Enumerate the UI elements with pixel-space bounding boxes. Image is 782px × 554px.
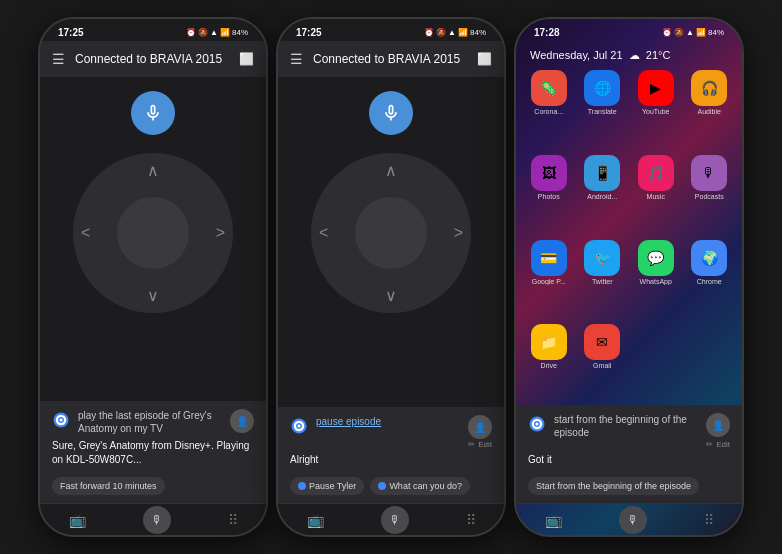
suggestion-row-1: Fast forward 10 minutes: [52, 473, 254, 495]
app-icon-item[interactable]: 🌐Translate: [580, 70, 626, 147]
response-3: Got it: [528, 453, 730, 467]
app-icon: 📁: [531, 324, 567, 360]
suggestion-text-1: Fast forward 10 minutes: [60, 481, 157, 491]
app-icon-item[interactable]: 🦠Corona...: [526, 70, 572, 147]
app-label: Music: [636, 193, 676, 200]
hamburger-icon-2[interactable]: ☰: [290, 51, 303, 67]
dpad-right-2[interactable]: >: [454, 224, 463, 242]
mic-button-2[interactable]: [369, 91, 413, 135]
query-link-2[interactable]: pause episode: [316, 416, 381, 427]
phone-2: 17:25 ⏰ 🔕 ▲ 📶 84% ☰ Connected to BRAVIA …: [276, 17, 506, 537]
dpad-left-2[interactable]: <: [319, 224, 328, 242]
app-label: WhatsApp: [636, 278, 676, 285]
grid-icon-1[interactable]: ⠿: [228, 512, 238, 528]
dpad-up-1[interactable]: ∧: [147, 161, 159, 180]
dpad-down-1[interactable]: ∨: [147, 286, 159, 305]
edit-row-3: ✏ Edit: [528, 440, 730, 449]
svg-point-5: [298, 425, 301, 428]
dpad-inner-2[interactable]: [355, 197, 427, 269]
app-icon-item[interactable]: ▶YouTube: [633, 70, 679, 147]
grid-icon-3[interactable]: ⠿: [704, 512, 714, 528]
app-icon: 🎧: [691, 70, 727, 106]
dpad-inner-1[interactable]: [117, 197, 189, 269]
wifi-icon-3: ▲: [686, 28, 694, 37]
edit-pencil-icon-2: ✏: [468, 440, 475, 449]
assistant-panel-3: start from the beginning of the episode …: [516, 405, 742, 503]
suggestion-row-3: Start from the beginning of the episode: [528, 473, 730, 495]
phone-3: 17:28 ⏰ 🔕 ▲ 📶 84% Wednesday, Jul 21 ☁ 21…: [514, 17, 744, 537]
battery-3: 84%: [708, 28, 724, 37]
signal-icon-2: 📶: [458, 28, 468, 37]
app-icon: 🌍: [691, 240, 727, 276]
remote-area-1: ∧ ∨ < >: [40, 77, 266, 401]
app-label: YouTube: [636, 108, 676, 115]
app-icon: ▶: [638, 70, 674, 106]
cast-icon-2[interactable]: ⬜: [477, 52, 492, 66]
suggestion-row-2: Pause Tyler What can you do?: [290, 473, 492, 495]
suggestion-chip-2a[interactable]: Pause Tyler: [290, 477, 364, 495]
header-title-2: Connected to BRAVIA 2015: [313, 52, 477, 66]
app-icon-item[interactable]: ✉Gmail: [580, 324, 626, 401]
query-row-1: play the last episode of Grey's Anatomy …: [52, 409, 254, 435]
app-label: Android...: [582, 193, 622, 200]
cast-icon-1[interactable]: ⬜: [239, 52, 254, 66]
alarm-icon: ⏰: [186, 28, 196, 37]
status-icons-3: ⏰ 🔕 ▲ 📶 84%: [662, 28, 724, 37]
battery-2: 84%: [470, 28, 486, 37]
app-label: Photos: [529, 193, 569, 200]
app-label: Drive: [529, 362, 569, 369]
app-header-2: ☰ Connected to BRAVIA 2015 ⬜: [278, 41, 504, 77]
remote-area-2: ∧ ∨ < >: [278, 77, 504, 407]
app-label: Translate: [582, 108, 622, 115]
app-icon-item[interactable]: 🎙Podcasts: [687, 155, 733, 232]
grid-icon-2[interactable]: ⠿: [466, 512, 476, 528]
user-avatar-1: 👤: [230, 409, 254, 433]
hamburger-icon-1[interactable]: ☰: [52, 51, 65, 67]
app-icon-item[interactable]: 🎵Music: [633, 155, 679, 232]
signal-icon-3: 📶: [696, 28, 706, 37]
mic-nav-3[interactable]: 🎙: [619, 506, 647, 534]
app-icon: 🎙: [691, 155, 727, 191]
date-bar: Wednesday, Jul 21 ☁ 21°C: [516, 41, 742, 66]
status-icons-1: ⏰ 🔕 ▲ 📶 84%: [186, 28, 248, 37]
wifi-icon: ▲: [210, 28, 218, 37]
status-icons-2: ⏰ 🔕 ▲ 📶 84%: [424, 28, 486, 37]
dpad-2[interactable]: ∧ ∨ < >: [311, 153, 471, 313]
wifi-icon-2: ▲: [448, 28, 456, 37]
edit-label-2[interactable]: Edit: [478, 440, 492, 449]
dpad-right-1[interactable]: >: [216, 224, 225, 242]
homescreen-content: 17:28 ⏰ 🔕 ▲ 📶 84% Wednesday, Jul 21 ☁ 21…: [516, 19, 742, 535]
assistant-panel-2: pause episode 👤 ✏ Edit Alright Pause Tyl…: [278, 407, 504, 503]
edit-label-3[interactable]: Edit: [716, 440, 730, 449]
alarm-icon-2: ⏰: [424, 28, 434, 37]
dpad-up-2[interactable]: ∧: [385, 161, 397, 180]
app-label: Audible: [689, 108, 729, 115]
mic-nav-1[interactable]: 🎙: [143, 506, 171, 534]
google-logo-2: [290, 417, 308, 435]
phones-container: 17:25 ⏰ 🔕 ▲ 📶 84% ☰ Connected to BRAVIA …: [28, 7, 754, 547]
app-icon: 🦠: [531, 70, 567, 106]
bottom-nav-3: 📺 🎙 ⠿: [516, 503, 742, 535]
app-icon-item[interactable]: 🌍Chrome: [687, 240, 733, 317]
dpad-down-2[interactable]: ∨: [385, 286, 397, 305]
suggestion-chip-1[interactable]: Fast forward 10 minutes: [52, 477, 165, 495]
mic-nav-2[interactable]: 🎙: [381, 506, 409, 534]
silent-icon: 🔕: [198, 28, 208, 37]
bottom-nav-1: 📺 🎙 ⠿: [40, 503, 266, 535]
app-icon-item[interactable]: 🐦Twitter: [580, 240, 626, 317]
tv-icon-1[interactable]: 📺: [69, 512, 86, 528]
app-icon-item[interactable]: 💳Google P...: [526, 240, 572, 317]
dpad-left-1[interactable]: <: [81, 224, 90, 242]
app-icon-item[interactable]: 🖼Photos: [526, 155, 572, 232]
suggestion-chip-3[interactable]: Start from the beginning of the episode: [528, 477, 699, 495]
app-icon-item[interactable]: 💬WhatsApp: [633, 240, 679, 317]
tv-icon-3[interactable]: 📺: [545, 512, 562, 528]
app-icon: 🎵: [638, 155, 674, 191]
app-icon-item[interactable]: 🎧Audible: [687, 70, 733, 147]
tv-icon-2[interactable]: 📺: [307, 512, 324, 528]
dpad-1[interactable]: ∧ ∨ < >: [73, 153, 233, 313]
app-icon-item[interactable]: 📁Drive: [526, 324, 572, 401]
app-icon-item[interactable]: 📱Android...: [580, 155, 626, 232]
mic-button-1[interactable]: [131, 91, 175, 135]
suggestion-chip-2b[interactable]: What can you do?: [370, 477, 470, 495]
